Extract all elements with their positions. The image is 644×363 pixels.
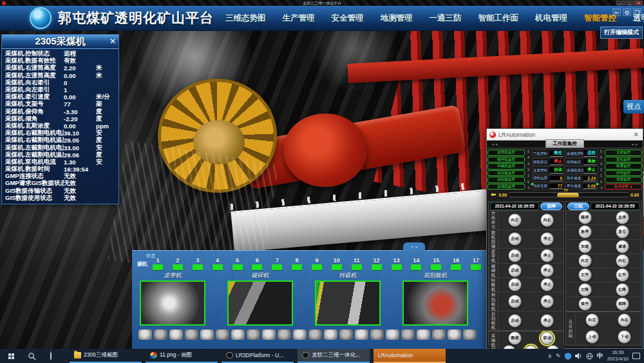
- remote-control-button[interactable]: 喷雾远控: [605, 163, 642, 170]
- channel-status-button[interactable]: [352, 264, 362, 270]
- nav-item[interactable]: 智能管控: [584, 13, 616, 24]
- filmstrip-thumbnail[interactable]: [200, 329, 214, 340]
- control-button[interactable]: 复位: [616, 225, 629, 239]
- nav-item[interactable]: 地测管理: [381, 13, 413, 24]
- control-button[interactable]: 启动: [508, 249, 522, 262]
- start-stop-button[interactable]: 启停: [540, 202, 562, 210]
- control-button[interactable]: 下动: [618, 330, 631, 344]
- control-button[interactable]: 煤升: [578, 297, 592, 311]
- lra-close-icon[interactable]: ✕: [634, 131, 639, 138]
- filmstrip-thumbnail[interactable]: [247, 329, 260, 340]
- control-button[interactable]: 加速: [578, 240, 592, 253]
- taskbar-item[interactable]: 2305三维截图: [70, 349, 142, 363]
- close-icon[interactable]: ✕: [109, 37, 116, 46]
- ime-indicator[interactable]: 中: [597, 351, 603, 360]
- control-button[interactable]: 启动: [508, 264, 522, 277]
- control-button[interactable]: 联动: [540, 331, 554, 345]
- control-button[interactable]: 右降: [616, 283, 629, 297]
- control-button[interactable]: 左升: [578, 268, 592, 282]
- filmstrip-thumbnail[interactable]: [308, 329, 322, 340]
- camera-thumbnail[interactable]: [402, 280, 468, 326]
- camera-thumbnail[interactable]: [227, 280, 293, 326]
- channel-status-button[interactable]: [431, 264, 441, 270]
- filmstrip-thumbnail[interactable]: [216, 329, 229, 340]
- channel-status-button[interactable]: [232, 264, 243, 270]
- control-button[interactable]: 向左: [585, 313, 599, 327]
- channel-status-button[interactable]: [471, 264, 481, 270]
- filmstrip-thumbnail[interactable]: [154, 329, 167, 340]
- nav-item[interactable]: 安全管理: [332, 13, 364, 24]
- camera-thumbnail[interactable]: [140, 280, 205, 326]
- nav-item[interactable]: 生产管理: [283, 13, 315, 24]
- tools-icon[interactable]: ✂: [612, 8, 621, 16]
- channel-status-button[interactable]: [292, 264, 302, 270]
- remote-control-button[interactable]: 语音远控: [605, 177, 642, 183]
- remote-control-button[interactable]: 泵站远控: [605, 157, 642, 163]
- taskbar-item[interactable]: LR3DPlatform - U...: [222, 349, 294, 363]
- filmstrip-thumbnail[interactable]: [231, 329, 245, 340]
- channel-status-button[interactable]: [372, 264, 382, 270]
- control-button[interactable]: 减速: [616, 240, 629, 253]
- minimize-button[interactable]: —: [616, 1, 625, 5]
- shearer-marker[interactable]: [557, 193, 579, 197]
- nav-item[interactable]: 智能工作面: [478, 13, 519, 24]
- notification-icon[interactable]: [632, 353, 640, 359]
- control-button[interactable]: 向左: [578, 254, 592, 268]
- filmstrip-thumbnail[interactable]: [138, 329, 152, 340]
- control-button[interactable]: 停止: [540, 232, 554, 246]
- filmstrip-thumbnail[interactable]: [293, 329, 307, 340]
- nav-item[interactable]: 机电管理: [535, 13, 567, 24]
- speaker-icon[interactable]: [575, 353, 582, 359]
- control-button[interactable]: 顺停: [578, 211, 592, 224]
- channel-status-button[interactable]: [153, 264, 163, 270]
- network-globe-icon[interactable]: [586, 353, 593, 360]
- control-button[interactable]: 总停: [616, 211, 629, 224]
- channel-status-button[interactable]: [451, 264, 461, 270]
- filmstrip-thumbnail[interactable]: [169, 329, 183, 340]
- control-button[interactable]: 停止: [540, 278, 554, 291]
- filmstrip-thumbnail[interactable]: [370, 329, 384, 340]
- taskbar-item[interactable]: 龙软二三维一体化...: [298, 349, 370, 363]
- control-button[interactable]: 急停: [578, 225, 592, 239]
- tab-workface-control[interactable]: 工作面集控: [545, 139, 584, 148]
- channel-status-button[interactable]: [272, 264, 282, 270]
- cortana-button[interactable]: [41, 352, 61, 360]
- remote-control-button[interactable]: 皮带机远控: [488, 150, 525, 156]
- filmstrip-thumbnail[interactable]: [448, 329, 461, 340]
- emergency-alarm-button[interactable]: 急停报警 ▲: [605, 184, 642, 190]
- open-edit-mode-button[interactable]: 打开编辑模式: [600, 26, 643, 39]
- filmstrip-thumbnail[interactable]: [324, 329, 337, 340]
- remote-control-button[interactable]: 支架远控: [605, 150, 642, 156]
- channel-status-button[interactable]: [173, 264, 183, 270]
- taskbar-item[interactable]: 11.png - 画图: [146, 349, 218, 363]
- channel-status-button[interactable]: [213, 264, 223, 270]
- remote-control-button[interactable]: 前刮板远控: [488, 170, 525, 177]
- gear-icon[interactable]: ⚙: [623, 8, 631, 16]
- control-button[interactable]: 向左: [508, 213, 522, 227]
- filmstrip-thumbnail[interactable]: [278, 329, 291, 340]
- control-button[interactable]: 启动: [508, 232, 522, 246]
- control-button[interactable]: 微调: [508, 331, 522, 345]
- control-button[interactable]: 停止: [540, 264, 554, 277]
- control-button[interactable]: 左降: [578, 283, 592, 297]
- channel-status-button[interactable]: [411, 264, 421, 270]
- control-button[interactable]: 停止: [540, 314, 554, 328]
- remote-control-button[interactable]: 采煤机远控: [488, 184, 525, 190]
- channel-status-button[interactable]: [332, 264, 342, 270]
- filmstrip-thumbnail[interactable]: [401, 329, 415, 340]
- close-button[interactable]: ✕: [634, 1, 643, 5]
- channel-status-button[interactable]: [193, 264, 203, 270]
- remote-control-button[interactable]: 破碎机远控: [488, 157, 525, 163]
- control-button[interactable]: 停止: [540, 249, 554, 262]
- control-button[interactable]: 煤降: [616, 297, 629, 311]
- slider-track[interactable]: 77: [509, 192, 628, 197]
- filmstrip-thumbnail[interactable]: [463, 329, 477, 340]
- search-button[interactable]: [22, 352, 41, 360]
- nav-item[interactable]: 三维态势图: [225, 13, 266, 24]
- shield-icon[interactable]: [565, 353, 571, 360]
- filmstrip-thumbnail[interactable]: [386, 329, 399, 340]
- chevron-up-icon[interactable]: ∧: [547, 353, 552, 359]
- control-button[interactable]: 启动: [508, 314, 522, 328]
- nav-item[interactable]: 一通三防: [430, 13, 462, 24]
- control-button[interactable]: 启动: [508, 295, 522, 308]
